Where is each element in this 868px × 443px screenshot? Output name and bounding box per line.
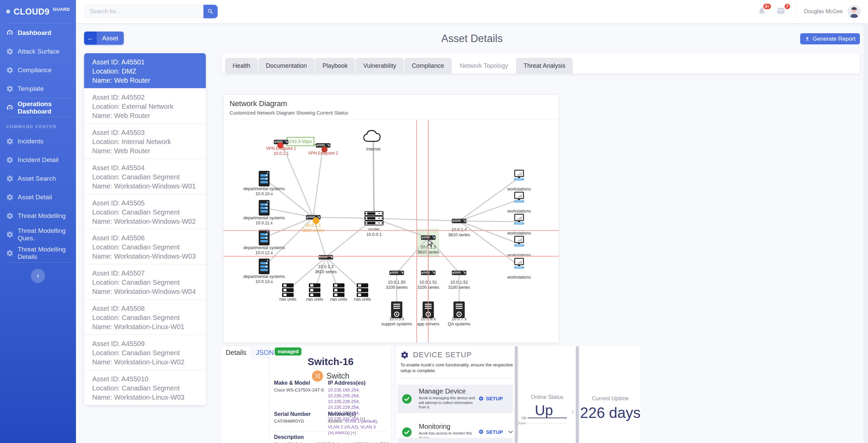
sidebar-item-compliance[interactable]: Compliance [0,61,76,79]
diagram-node-t7[interactable] [454,302,465,318]
envelope-icon [776,6,785,15]
diagram-node-sw14[interactable] [452,219,466,223]
alerts-button[interactable]: 3+ [757,6,768,17]
svg-text:workstations: workstations [507,253,531,258]
asset-list-item[interactable]: Asset ID: A45501Location: DMZName: Web R… [84,53,206,88]
diagram-node-s50[interactable] [390,271,404,275]
sidebar-collapse-button[interactable]: ‹ [31,269,45,283]
sidebar-item-threat-modelling[interactable]: Threat Modelling [0,206,76,225]
sidebar-item-label: Asset Detail [18,194,52,201]
diagram-node-n2[interactable] [309,283,320,297]
tab-documentation[interactable]: Documentation [258,58,314,74]
sidebar-item-label: Dashboard [18,29,51,37]
search-button[interactable] [203,5,218,18]
diagram-node-n1[interactable] [282,283,294,297]
sidebar-item-asset-detail[interactable]: Asset Detail [0,188,76,206]
asset-name: Name: Web Router [92,76,206,85]
svg-text:nas units: nas units [354,297,371,302]
make-model-label: Make & Model [274,380,325,386]
search-input[interactable] [84,5,203,18]
diagram-node-w3[interactable] [514,214,524,225]
arrow-left-icon: ← [87,35,94,42]
diagram-node-w1[interactable] [514,170,524,181]
sidebar-item-label: Compliance [18,66,52,74]
svg-text:QA systems: QA systems [448,322,471,326]
panel-scrollbar[interactable] [515,346,518,443]
avatar[interactable] [848,5,861,18]
svg-text:workstations: workstations [507,231,531,236]
diagram-node-sw3b[interactable] [319,255,333,259]
asset-list-item[interactable]: Asset ID: A455010Location: Canadian Segm… [84,370,206,405]
asset-location: Location: Canadian Segment [92,278,206,287]
sidebar-item-template[interactable]: Template [0,79,76,98]
messages-button[interactable]: 7 [776,6,787,17]
diagram-node-d12[interactable] [259,230,270,245]
svg-text:10.0.1.1: 10.0.1.1 [305,223,321,228]
network-diagram-canvas[interactable]: 243.9 kbpsVPN Endpoint 110.0.1.1VPN Endp… [223,95,559,343]
sidebar-item-dashboard[interactable]: Dashboard [0,23,76,42]
tab-details[interactable]: Details [221,346,251,359]
sidebar-item-asset-search[interactable]: Asset Search [0,169,76,188]
brand[interactable]: CLOUD9 GUARD [0,0,76,23]
setup-row-title: Monitoring [419,423,450,430]
asset-name: Name: Workstation-Windows-W03 [92,252,206,261]
setup-button[interactable]: SETUP [478,396,503,401]
panel-scrollbar[interactable] [576,346,579,443]
sidebar-item-incident-detail[interactable]: Incident Detail [0,150,76,169]
svg-text:VPN Endpoint 2: VPN Endpoint 2 [308,151,338,156]
tab-playbook[interactable]: Playbook [315,58,355,74]
back-asset-button[interactable]: ← Asset [84,32,124,45]
tab-json[interactable]: JSON [253,346,277,359]
asset-location: Location: Canadian Segment [92,208,206,217]
asset-list-item[interactable]: Asset ID: A45502Location: External Netwo… [84,88,206,124]
diagram-node-w5[interactable] [514,258,524,269]
diagram-node-cloud[interactable] [364,130,380,141]
tab-vulnerability[interactable]: Vulnerability [356,58,403,74]
setup-button[interactable]: SETUP [478,429,514,435]
diagram-node-t5[interactable] [391,302,402,318]
svg-text:10.0.12.x: 10.0.12.x [255,250,273,255]
tab-threat-analysis[interactable]: Threat Analysis [516,58,573,74]
asset-list-item[interactable]: Asset ID: A45505Location: Canadian Segme… [84,194,206,229]
asset-list-item[interactable]: Asset ID: A45506Location: Canadian Segme… [84,229,206,264]
tab-compliance[interactable]: Compliance [405,58,452,74]
sidebar-item-threat-modelling-details[interactable]: Threat Modelling Details [0,244,76,262]
svg-text:departmental systems: departmental systems [243,216,285,220]
back-button-label: Asset [97,32,124,45]
chevron-down-icon[interactable] [508,429,514,435]
asset-list-item[interactable]: Asset ID: A45503Location: Internal Netwo… [84,124,206,159]
asset-list-item[interactable]: Asset ID: A45504Location: Canadian Segme… [84,159,206,194]
diagram-node-w2[interactable] [514,192,524,203]
generate-report-button[interactable]: Generate Report [800,33,860,44]
asset-name: Name: Workstation-Windows-W01 [92,182,206,191]
sidebar-item-threat-modelling-ques-[interactable]: Threat Modelling Ques. [0,225,76,244]
diagram-node-d11[interactable] [259,200,270,216]
asset-list-item[interactable]: Asset ID: A45508Location: Canadian Segme… [84,300,206,335]
sidebar-item-attack-surface[interactable]: Attack Surface [0,42,76,61]
serial-number-label: Serial Number [274,411,325,417]
sidebar-item-operations-dashboard[interactable]: Operations Dashboard [0,98,76,117]
network-diagram-header: Network Diagram Customized Network Diagr… [223,95,559,120]
diagram-node-w4[interactable] [514,236,524,247]
diagram-node-d10[interactable] [259,171,270,186]
tab-health[interactable]: Health [225,58,258,74]
diagram-node-router[interactable] [365,212,383,225]
device-title: Switch-16 [270,356,391,367]
svg-text:10.0.1.3: 10.0.1.3 [318,264,333,269]
asset-id: Asset ID: A45505 [92,199,206,208]
tab-details-label: Details [225,349,246,357]
sidebar-item-incidents[interactable]: Incidents [0,132,76,150]
chevron-right-icon[interactable]: › [571,406,574,417]
diagram-node-n3[interactable] [333,283,344,297]
asset-list-item[interactable]: Asset ID: A45507Location: Canadian Segme… [84,264,206,300]
svg-text:departmental systems: departmental systems [243,274,285,279]
tab-network-topology[interactable]: Network Topology [452,58,516,74]
page-scrollbar[interactable] [863,23,868,443]
diagram-node-s52[interactable] [452,271,466,275]
asset-list-item[interactable]: Asset ID: A45509Location: Canadian Segme… [84,335,206,370]
diagram-node-d13[interactable] [259,259,270,274]
svg-text:10.0.11.x: 10.0.11.x [256,221,273,225]
diagram-node-n4[interactable] [357,283,368,297]
serial-number-value: CAT0946R0YD [274,418,325,424]
asset-name: Name: Workstation-Linux-W01 [92,322,206,331]
